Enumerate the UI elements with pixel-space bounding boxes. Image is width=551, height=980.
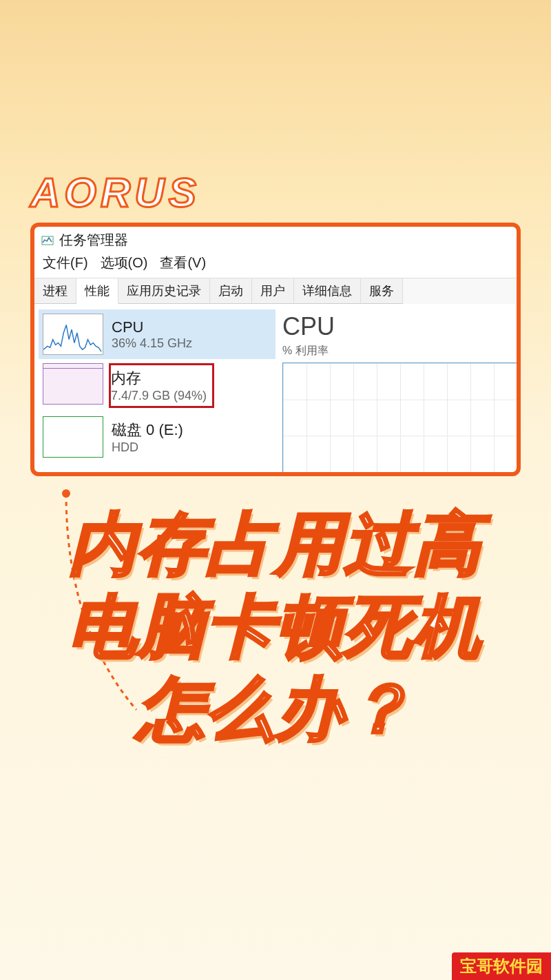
menu-options[interactable]: 选项(O) (101, 254, 148, 272)
cpu-sparkline-icon (43, 314, 103, 355)
tab-startup[interactable]: 启动 (210, 278, 252, 304)
memory-label: 内存 (111, 368, 207, 389)
performance-body: CPU 36% 4.15 GHz 内存 7.4/7.9 GB (94%) 磁盘 … (34, 304, 517, 476)
main-subtitle: % 利用率 (282, 344, 517, 358)
performance-sidebar: CPU 36% 4.15 GHz 内存 7.4/7.9 GB (94%) 磁盘 … (34, 304, 276, 476)
cpu-label: CPU (112, 318, 192, 336)
tab-details[interactable]: 详细信息 (294, 278, 361, 304)
task-manager-icon (41, 234, 54, 247)
tab-users[interactable]: 用户 (252, 278, 294, 304)
watermark-badge: 宝哥软件园 (452, 952, 551, 980)
sidebar-item-disk[interactable]: 磁盘 0 (E:) HDD (39, 412, 276, 462)
menu-view[interactable]: 查看(V) (160, 254, 206, 272)
sidebar-item-memory[interactable]: 内存 7.4/7.9 GB (94%) (39, 359, 276, 412)
brand-logo: AORUS (30, 169, 200, 216)
memory-highlight-box: 内存 7.4/7.9 GB (94%) (109, 363, 214, 408)
sidebar-item-cpu[interactable]: CPU 36% 4.15 GHz (39, 309, 276, 359)
task-manager-window: 任务管理器 文件(F) 选项(O) 查看(V) 进程 性能 应用历史记录 启动 … (30, 223, 521, 476)
menubar: 文件(F) 选项(O) 查看(V) (34, 249, 517, 278)
performance-main: CPU % 利用率 (276, 304, 517, 476)
main-title: CPU (282, 312, 517, 341)
tab-performance[interactable]: 性能 (76, 278, 118, 304)
headline-line-1: 内存占用过高 (0, 503, 551, 586)
menu-file[interactable]: 文件(F) (43, 254, 88, 272)
headline-line-3: 怎么办？ (0, 668, 551, 751)
memory-sparkline-icon (43, 363, 103, 405)
headline-line-2: 电脑卡顿死机 (0, 586, 551, 668)
tab-app-history[interactable]: 应用历史记录 (118, 278, 210, 304)
window-title: 任务管理器 (59, 231, 128, 249)
svg-point-1 (62, 489, 70, 498)
tab-services[interactable]: 服务 (361, 278, 403, 304)
memory-sub: 7.4/7.9 GB (94%) (111, 389, 207, 403)
tabstrip: 进程 性能 应用历史记录 启动 用户 详细信息 服务 (34, 278, 517, 304)
tab-processes[interactable]: 进程 (34, 278, 76, 304)
cpu-chart (282, 363, 518, 473)
headline: 内存占用过高 电脑卡顿死机 怎么办？ (0, 503, 551, 751)
disk-label: 磁盘 0 (E:) (112, 420, 183, 440)
cpu-sub: 36% 4.15 GHz (112, 336, 192, 351)
disk-sub: HDD (112, 440, 183, 455)
titlebar: 任务管理器 (34, 227, 517, 249)
disk-sparkline-icon (43, 416, 103, 458)
